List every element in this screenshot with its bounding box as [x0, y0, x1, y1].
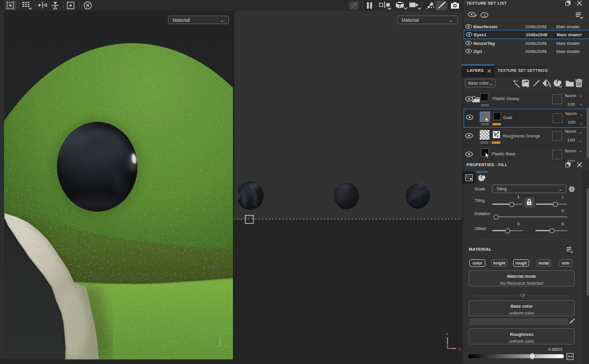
svg-text:1: 1: [483, 13, 485, 18]
svg-text:U: U: [458, 347, 461, 351]
svg-text:V: V: [446, 332, 448, 336]
